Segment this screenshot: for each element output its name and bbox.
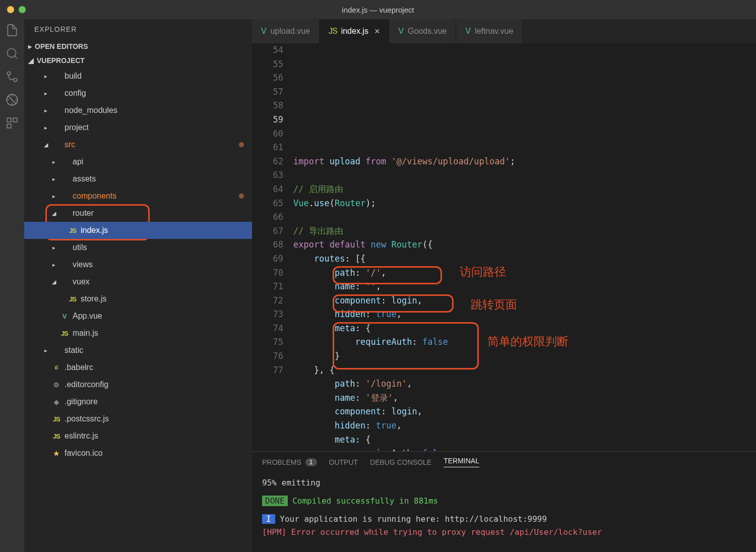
line-gutter: 5455565758596061626364656667686970717273… [252, 43, 293, 451]
files-icon[interactable] [5, 23, 19, 37]
tree-item-label: .gitignore [65, 397, 98, 406]
editor-tab[interactable]: VGoods.vue [389, 19, 456, 43]
tree-item[interactable]: 6.babelrc [24, 359, 252, 376]
line-number: 64 [252, 182, 283, 197]
panel-tab-problems[interactable]: PROBLEMS 1 [262, 457, 317, 467]
tree-item[interactable]: JSstore.js [24, 290, 252, 308]
annotation-label-meta: 简单的权限判断 [487, 335, 569, 349]
code-content[interactable]: import upload from '@/views/upload/uploa… [293, 43, 756, 451]
chevron-down-icon: ◢ [50, 210, 57, 217]
source-control-icon[interactable] [5, 70, 19, 84]
tree-item[interactable]: ★favicon.ico [24, 445, 252, 462]
terminal-line: 95% emitting [262, 476, 746, 489]
line-number: 56 [252, 71, 283, 85]
editor-tabs: Vupload.vueJSindex.js×VGoods.vueVleftnav… [252, 19, 756, 43]
tree-item[interactable]: VApp.vue [24, 308, 252, 325]
open-editors-section[interactable]: ▸ OPEN EDITORS [24, 39, 252, 53]
line-number: 55 [252, 57, 283, 72]
tree-item-label: .editorconfig [65, 380, 108, 389]
tree-item[interactable]: ◢src [24, 136, 252, 153]
panel-tabs: PROBLEMS 1 OUTPUT DEBUG CONSOLE TERMINAL [252, 452, 756, 472]
line-number: 57 [252, 85, 283, 99]
project-section[interactable]: ◢ VUEPROJECT [24, 53, 252, 68]
chevron-right-icon: ▸ [28, 42, 32, 50]
code-line: component: login, [293, 405, 756, 419]
line-number: 69 [252, 252, 283, 266]
svg-point-1 [7, 72, 11, 75]
tree-item[interactable]: ▸api [24, 153, 252, 170]
annotation-label-component: 跳转页面 [471, 298, 517, 312]
tree-item-label: main.js [73, 329, 98, 338]
tree-item[interactable]: JS.postcssrc.js [24, 410, 252, 427]
modified-indicator-icon [239, 142, 244, 147]
tree-item[interactable]: ▸views [24, 256, 252, 273]
panel-tab-debug[interactable]: DEBUG CONSOLE [370, 457, 431, 467]
tree-item[interactable]: ▸config [24, 85, 252, 102]
code-editor[interactable]: 5455565758596061626364656667686970717273… [252, 43, 756, 451]
minimize-button[interactable] [7, 6, 14, 13]
tree-item[interactable]: ◢vuex [24, 273, 252, 290]
tree-item-label: components [73, 192, 116, 201]
tree-item[interactable]: ⚙.editorconfig [24, 376, 252, 393]
chevron-right-icon: ▸ [42, 125, 49, 131]
code-line: path: '/', [293, 266, 756, 280]
tree-item[interactable]: ▸build [24, 68, 252, 85]
chevron-right-icon: ▸ [50, 244, 57, 251]
terminal-output[interactable]: 95% emitting DONE Compiled successfully … [252, 472, 756, 552]
window-title: index.js — vueproject [342, 6, 414, 14]
code-line: requireAuth: false [293, 447, 756, 451]
tree-item-label: .postcssrc.js [65, 414, 109, 423]
tree-item[interactable]: JSmain.js [24, 325, 252, 342]
line-number: 59 [252, 113, 283, 127]
modified-indicator-icon [239, 194, 244, 199]
tree-item-label: static [65, 346, 83, 355]
search-icon[interactable] [5, 46, 19, 60]
line-number: 61 [252, 141, 283, 155]
tree-item-label: router [73, 209, 94, 218]
chevron-right-icon: ▸ [42, 90, 49, 97]
panel-tab-terminal[interactable]: TERMINAL [444, 457, 479, 467]
line-number: 74 [252, 322, 283, 336]
tree-item-label: config [65, 89, 86, 98]
tree-item[interactable]: ▸project [24, 119, 252, 136]
bottom-panel: PROBLEMS 1 OUTPUT DEBUG CONSOLE TERMINAL… [252, 451, 756, 552]
editor-tab[interactable]: Vupload.vue [252, 19, 320, 43]
maximize-button[interactable] [19, 6, 26, 13]
tree-item[interactable]: JSindex.js [24, 222, 252, 239]
code-line: Vue.use(Router); [293, 197, 756, 211]
chevron-right-icon: ▸ [50, 262, 57, 268]
tab-label: upload.vue [271, 27, 310, 36]
terminal-line: DONE Compiled successfully in 881ms [262, 495, 746, 508]
code-line: routes: [{ [293, 252, 756, 266]
tree-item[interactable]: ▸node_modules [24, 102, 252, 119]
editor-tab[interactable]: Vleftnav.vue [456, 19, 523, 43]
svg-rect-5 [13, 118, 17, 122]
tree-item[interactable]: ◢router [24, 205, 252, 222]
window-controls [0, 6, 26, 13]
line-number: 58 [252, 99, 283, 113]
code-line: path: '/login', [293, 377, 756, 391]
svg-point-0 [7, 48, 16, 57]
tree-item-label: index.js [81, 226, 108, 235]
line-number: 70 [252, 266, 283, 280]
debug-icon[interactable] [5, 93, 19, 107]
tree-item-label: eslintrc.js [65, 432, 98, 441]
tree-item[interactable]: ◆.gitignore [24, 393, 252, 410]
tree-item[interactable]: JSeslintrc.js [24, 427, 252, 445]
tree-item-label: App.vue [73, 312, 102, 321]
tree-item-label: views [73, 260, 93, 269]
file-icon: JS [68, 295, 78, 303]
file-icon: V [59, 313, 70, 320]
file-icon: V [261, 27, 267, 36]
close-icon[interactable]: × [374, 26, 380, 37]
explorer-sidebar: EXPLORER ▸ OPEN EDITORS ◢ VUEPROJECT ▸bu… [24, 19, 252, 552]
tree-item[interactable]: ▸assets [24, 170, 252, 188]
tree-item[interactable]: ▸components [24, 188, 252, 205]
editor-tab[interactable]: JSindex.js× [320, 19, 389, 43]
tree-item-label: api [73, 157, 83, 166]
tree-item[interactable]: ▸utils [24, 239, 252, 256]
extensions-icon[interactable] [5, 116, 19, 130]
tree-item[interactable]: ▸static [24, 342, 252, 359]
panel-tab-output[interactable]: OUTPUT [329, 457, 358, 467]
editor-area: Vupload.vueJSindex.js×VGoods.vueVleftnav… [252, 19, 756, 552]
